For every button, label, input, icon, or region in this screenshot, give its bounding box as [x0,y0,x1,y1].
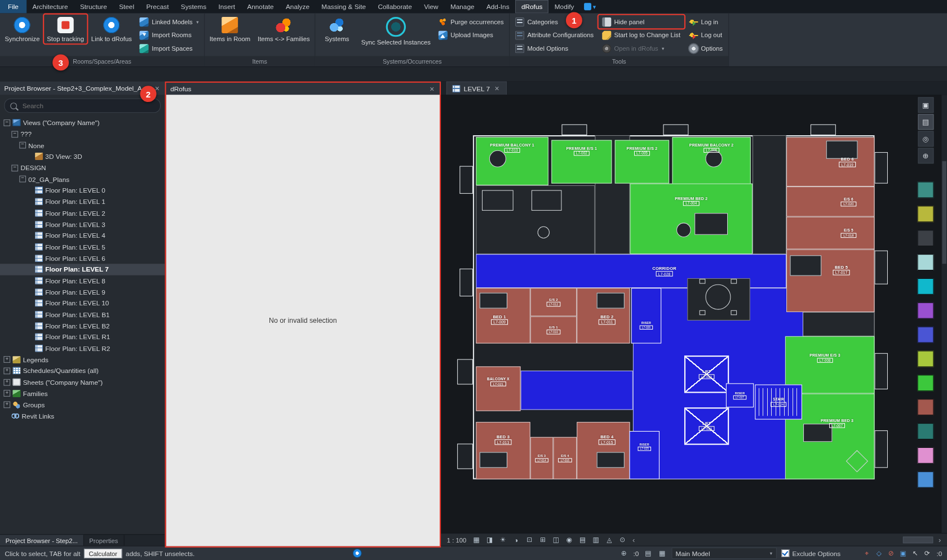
items-families-button[interactable]: Items <-> Families [255,15,313,43]
sync-selected-instances-button[interactable]: Sync Selected Instances [358,15,433,47]
select-pinned-icon[interactable]: ⊘ [887,548,896,558]
room-lift-l7-023[interactable]: LIFTL7-023 [684,407,729,445]
sun-path-icon[interactable]: ☀ [498,535,507,545]
chevron-left-icon[interactable]: ‹ [632,536,635,544]
tree-expander-icon[interactable]: + [3,356,10,363]
tree-item-schedules-quantities-all[interactable]: +Schedules/Quantities (all) [0,365,165,376]
design-option-icon[interactable]: ▤ [644,548,653,558]
select-links-icon[interactable]: ⌖ [862,548,871,558]
ribbon-tab-view[interactable]: View [418,0,444,14]
tree-item-floor-plan-level-b2[interactable]: Floor Plan: LEVEL B2 [0,320,165,331]
stop-tracking-button[interactable]: Stop tracking [44,15,87,43]
tree-item-floor-plan-level-9[interactable]: Floor Plan: LEVEL 9 [0,286,165,297]
worksharing-display-icon[interactable]: ▤ [578,535,587,545]
tree-item-02-ga-plans[interactable]: −02_GA_Plans [0,174,165,185]
vertical-scrollbar[interactable] [941,95,947,533]
select-underlay-icon[interactable]: ◇ [874,548,883,558]
categories-button[interactable]: Categories [512,15,598,29]
tree-expander-icon[interactable]: − [19,142,26,149]
ribbon-display-toggle-icon[interactable]: ▾ [584,0,596,14]
tree-item-views-company-name[interactable]: −Views ("Company Name") [0,117,165,128]
reveal-hidden-icon[interactable]: ◉ [565,535,574,545]
active-workset-icon[interactable]: ⊕ [619,548,629,558]
tree-item-floor-plan-level-r2[interactable]: Floor Plan: LEVEL R2 [0,343,165,354]
color-swatch[interactable] [918,375,934,391]
ribbon-tab-annotate[interactable]: Annotate [241,0,280,14]
ribbon-tab-structure[interactable]: Structure [74,0,113,14]
model-canvas[interactable]: CORRIDORL7-028PREMIUM BALCONY 1L7-013PRE… [441,95,947,533]
temporary-hide-icon[interactable]: ◫ [551,535,560,545]
room-riser-l7-025[interactable]: RISERL7-025 [629,431,660,479]
systems-button[interactable]: Systems [317,15,357,43]
tree-item-[interactable]: −??? [0,128,165,140]
ribbon-tab-collaborate[interactable]: Collaborate [372,0,418,14]
visual-style-icon[interactable]: ◨ [485,535,494,545]
room-e-s-5-l7-018[interactable]: E/S 5L7-018 [786,217,874,250]
upload-images-button[interactable]: Upload Images [435,28,507,42]
tree-item-sheets-company-name[interactable]: +Sheets ("Company Name") [0,376,165,388]
color-swatch[interactable] [918,399,934,415]
tree-item-floor-plan-level-10[interactable]: Floor Plan: LEVEL 10 [0,297,165,309]
tree-item-design[interactable]: −DESIGN [0,162,165,174]
attribute-configurations-button[interactable]: Attribute Configurations [512,28,598,42]
tree-item-none[interactable]: −None [0,140,165,151]
room-e-s-6-l7-020[interactable]: E/S 6L7-020 [786,186,874,217]
tree-item-floor-plan-level-7[interactable]: Floor Plan: LEVEL 7 [0,264,165,275]
room-premium-e-s-2-l7-005[interactable]: PREMIUM E/S 2L7-005 [615,140,669,184]
close-view-icon[interactable]: × [493,85,500,92]
ribbon-tab-massing-site[interactable]: Massing & Site [316,0,372,14]
color-swatch[interactable] [918,327,934,343]
open-in-drofus-button[interactable]: Open in dRofus▾ [599,42,684,55]
ribbon-tab-architecture[interactable]: Architecture [26,0,74,14]
analytical-model-icon[interactable]: ◬ [605,535,614,545]
tree-expander-icon[interactable]: + [3,379,10,385]
ribbon-tab-add-ins[interactable]: Add-Ins [480,0,515,14]
exclude-options-checkbox[interactable]: Exclude Options [781,549,840,557]
zoom-icon[interactable]: ⊕ [918,148,933,164]
tree-expander-icon[interactable]: − [19,176,26,183]
link-to-drofus-button[interactable]: Link to dRofus [88,15,135,43]
start-log-to-change-list-button[interactable]: Start log to Change List [599,28,684,42]
color-swatch[interactable] [918,303,934,319]
tree-expander-icon[interactable]: − [11,131,18,137]
color-swatch[interactable] [918,351,934,367]
tree-item-groups[interactable]: +Groups [0,399,165,410]
color-swatch[interactable] [918,206,934,222]
ribbon-tab-drofus[interactable]: dRofus [515,0,548,14]
panel-tab-project-browser-step2[interactable]: Project Browser - Step2... [0,535,84,546]
tree-item-floor-plan-level-8[interactable]: Floor Plan: LEVEL 8 [0,275,165,286]
tree-item-floor-plan-level-r1[interactable]: Floor Plan: LEVEL R1 [0,331,165,343]
ribbon-tab-insert[interactable]: Insert [213,0,241,14]
model-options-button[interactable]: Model Options [512,42,598,55]
show-crop-icon[interactable]: ⊞ [538,535,547,545]
log-in-button[interactable]: Log in [685,15,727,29]
ribbon-tab-systems[interactable]: Systems [175,0,213,14]
shadows-icon[interactable]: ◑ [512,535,521,545]
tree-expander-icon[interactable]: − [3,119,10,126]
ribbon-tab-modify[interactable]: Modify [548,0,580,14]
ribbon-tab-precast[interactable]: Precast [140,0,175,14]
ribbon-tab-manage[interactable]: Manage [444,0,480,14]
search-input[interactable] [5,99,161,113]
navigation-bar-icon[interactable]: ▣ [918,97,933,113]
tree-item-floor-plan-level-0[interactable]: Floor Plan: LEVEL 0 [0,185,165,196]
horizontal-scrollbar[interactable] [903,537,933,544]
room-e-s-1-l7-010[interactable]: E/S 1L7-010 [530,316,577,343]
detail-level-icon[interactable]: ▦ [472,535,481,545]
tree-expander-icon[interactable]: − [11,165,18,171]
tree-item-floor-plan-level-2[interactable]: Floor Plan: LEVEL 2 [0,207,165,219]
design-option-grid-icon[interactable]: ▦ [657,548,666,558]
tree-item-legends[interactable]: +Legends [0,354,165,365]
drag-on-selection-icon[interactable]: ↖ [911,548,920,558]
ribbon-tab-steel[interactable]: Steel [113,0,140,14]
room-premium-e-s-1-l7-002[interactable]: PREMIUM E/S 1L7-002 [551,140,612,184]
tree-item-floor-plan-level-6[interactable]: Floor Plan: LEVEL 6 [0,252,165,264]
room-bed-3-l7-013[interactable]: BED 3L7-013 [476,422,530,479]
chevron-right-icon[interactable]: › [939,536,941,544]
tree-item-floor-plan-level-b1[interactable]: Floor Plan: LEVEL B1 [0,309,165,320]
sheet-list-icon[interactable]: ▤ [918,114,933,130]
tree-item-floor-plan-level-4[interactable]: Floor Plan: LEVEL 4 [0,230,165,241]
import-rooms-button[interactable]: Import Rooms [136,28,202,42]
steering-wheel-icon[interactable]: ◎ [918,131,933,147]
tree-item-floor-plan-level-1[interactable]: Floor Plan: LEVEL 1 [0,196,165,207]
